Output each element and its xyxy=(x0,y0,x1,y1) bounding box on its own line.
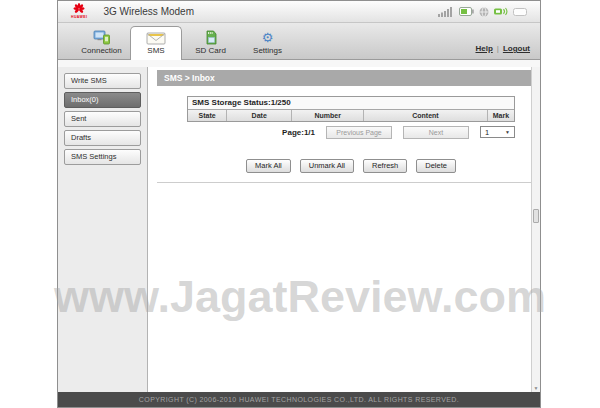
help-link[interactable]: Help xyxy=(475,44,492,53)
pagination-row: Page:1/1 Previous Page Next 1 ▼ xyxy=(187,125,515,139)
tab-sms-label: SMS xyxy=(147,46,164,55)
sidebar-item-inbox[interactable]: Inbox(0) xyxy=(64,92,141,108)
huawei-logo: HUAWEI xyxy=(71,3,87,20)
copyright-footer: COPYRIGHT (C) 2006-2010 HUAWEI TECHNOLOG… xyxy=(58,392,540,407)
content-divider xyxy=(157,182,531,183)
window-title: 3G Wireless Modem xyxy=(103,6,194,17)
sidebar-item-drafts[interactable]: Drafts xyxy=(64,130,141,146)
next-page-button[interactable]: Next xyxy=(403,126,469,139)
status-icon-tray xyxy=(438,7,528,17)
content-area: Write SMS Inbox(0) Sent Drafts SMS Setti… xyxy=(58,67,540,392)
tab-settings-label: Settings xyxy=(253,46,282,55)
sidebar-item-sms-settings[interactable]: SMS Settings xyxy=(64,149,141,165)
battery-empty-icon xyxy=(513,8,528,16)
sms-storage-table: SMS Storage Status:1/250 State Date Numb… xyxy=(187,96,515,122)
column-date: Date xyxy=(227,110,292,121)
tab-sms[interactable]: SMS xyxy=(130,26,182,60)
tab-bar: Connection SMS S xyxy=(58,23,540,60)
header-links: Help | Logout xyxy=(475,44,530,59)
title-bar: HUAWEI 3G Wireless Modem xyxy=(58,1,540,23)
vertical-scrollbar[interactable]: ▼ xyxy=(531,67,540,392)
huawei-flower-icon xyxy=(72,3,86,15)
column-state: State xyxy=(188,110,227,121)
sms-sidebar: Write SMS Inbox(0) Sent Drafts SMS Setti… xyxy=(58,67,148,392)
signal-strength-icon xyxy=(438,7,454,17)
inbox-panel: SMS > Inbox SMS Storage Status:1/250 Sta… xyxy=(148,67,540,392)
mark-all-button[interactable]: Mark All xyxy=(246,159,291,173)
tab-sd-card-label: SD Card xyxy=(195,46,226,55)
page-number-select[interactable]: 1 ▼ xyxy=(480,126,515,138)
sidebar-item-sent[interactable]: Sent xyxy=(64,111,141,127)
modem-app-window: HUAWEI 3G Wireless Modem xyxy=(57,0,541,408)
previous-page-button[interactable]: Previous Page xyxy=(326,126,392,139)
unmark-all-button[interactable]: Unmark All xyxy=(300,159,354,173)
column-content: Content xyxy=(364,110,488,121)
tab-settings[interactable]: ⚙ Settings xyxy=(239,27,296,59)
tab-connection-label: Connection xyxy=(81,46,121,55)
sidebar-item-write-sms[interactable]: Write SMS xyxy=(64,73,141,89)
column-number: Number xyxy=(292,110,364,121)
breadcrumb: SMS > Inbox xyxy=(157,70,531,86)
tabbar-content-band xyxy=(58,60,540,67)
table-header-row: State Date Number Content Mark xyxy=(188,110,514,121)
scrollbar-thumb[interactable] xyxy=(533,209,539,223)
modem-signal-icon xyxy=(494,7,508,16)
globe-icon xyxy=(479,7,489,17)
page-indicator: Page:1/1 xyxy=(282,128,315,137)
page-select-value: 1 xyxy=(485,128,489,137)
chevron-down-icon: ▼ xyxy=(505,129,510,135)
storage-status-text: SMS Storage Status:1/250 xyxy=(188,97,514,110)
link-separator: | xyxy=(497,44,499,53)
scrollbar-down-arrow[interactable]: ▼ xyxy=(532,386,540,391)
settings-gear-icon: ⚙ xyxy=(262,30,274,45)
tab-connection[interactable]: Connection xyxy=(73,27,130,59)
huawei-brand-text: HUAWEI xyxy=(71,16,87,20)
battery-level-icon xyxy=(459,7,474,16)
connection-icon xyxy=(93,30,111,45)
column-mark: Mark xyxy=(488,110,514,121)
refresh-button[interactable]: Refresh xyxy=(363,159,407,173)
actions-row: Mark All Unmark All Refresh Delete xyxy=(187,159,515,173)
sms-icon xyxy=(146,30,166,45)
sd-card-icon xyxy=(205,30,217,45)
tab-sd-card[interactable]: SD Card xyxy=(182,27,239,59)
logout-link[interactable]: Logout xyxy=(503,44,530,53)
delete-button[interactable]: Delete xyxy=(416,159,456,173)
